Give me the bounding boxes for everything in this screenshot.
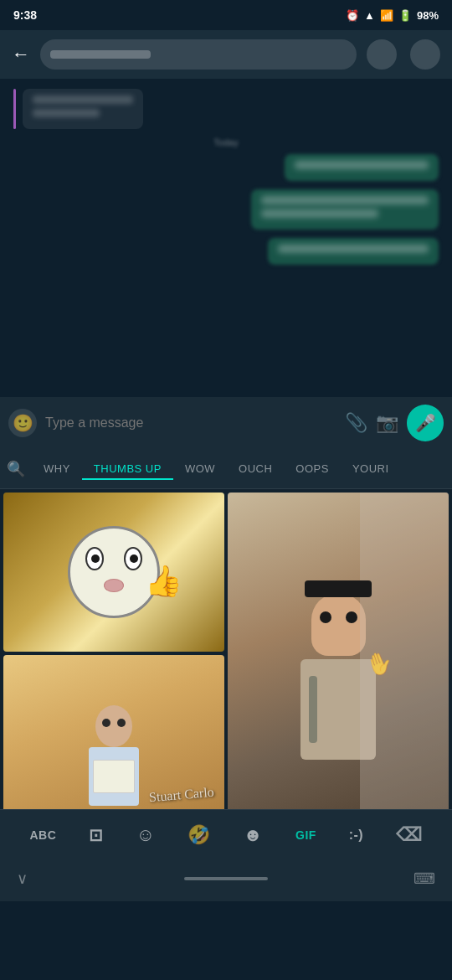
bitmoji-button[interactable]: ☻ — [244, 824, 264, 846]
blurred-text — [261, 209, 378, 218]
status-icons: ⏰ ▲ 📶 🔋 98% — [346, 9, 439, 22]
smiley-icon: 🙂 — [13, 413, 33, 433]
tab-youri[interactable]: YOURI — [341, 457, 401, 480]
nav-actions — [367, 39, 440, 70]
tab-wow[interactable]: WOW — [173, 457, 227, 480]
chevron-down-icon[interactable]: ∨ — [17, 869, 28, 888]
kid-head — [95, 705, 132, 747]
gif-emoji-icon: 🤣 — [187, 824, 211, 846]
emoticon-button[interactable]: :-) — [349, 828, 363, 843]
gif-emoji-button[interactable]: 🤣 — [187, 824, 211, 846]
back-button[interactable]: ← — [12, 44, 30, 65]
emoji-picker-button[interactable]: ☺ — [136, 824, 155, 846]
tab-why[interactable]: WHY — [32, 457, 82, 480]
status-bar: 9:38 ⏰ ▲ 📶 🔋 98% — [0, 0, 452, 30]
timestamp: Today — [13, 137, 439, 147]
kid-eye-left — [102, 719, 110, 727]
shaun-thumb-icon: 👍 — [145, 564, 182, 599]
person-head — [311, 593, 366, 656]
keyboard-abc-button[interactable]: ABC — [29, 828, 56, 842]
blurred-text — [33, 109, 100, 117]
gif-person[interactable]: ✋ — [228, 493, 449, 809]
tab-oops[interactable]: OOPS — [284, 457, 341, 480]
message-sent-3 — [13, 238, 439, 265]
emoji-icon: ☺ — [136, 824, 155, 846]
message-accent — [13, 89, 16, 129]
video-call-button[interactable] — [367, 39, 397, 70]
home-indicator — [184, 877, 268, 880]
status-time: 9:38 — [13, 8, 37, 22]
bitmoji-icon: ☻ — [244, 824, 264, 846]
gif-kid[interactable]: Stuart Carlo — [3, 655, 224, 809]
delete-button[interactable]: ⌫ — [396, 824, 423, 846]
emoticon-icon: :-) — [349, 828, 363, 843]
shaun-eye-left — [85, 547, 104, 570]
more-options-button[interactable] — [410, 39, 440, 70]
gif-text-overlay: Stuart Carlo — [149, 785, 215, 806]
sent-bubble — [285, 154, 439, 181]
kid-body — [89, 747, 139, 806]
message-sent-1 — [13, 154, 439, 181]
gif-button[interactable]: GIF — [295, 828, 316, 842]
message-bubble — [23, 89, 143, 129]
kid-figure — [89, 705, 139, 806]
emoji-button[interactable]: 🙂 — [8, 409, 37, 437]
message-input[interactable] — [45, 415, 336, 431]
home-bar: ∨ ⌨ — [0, 859, 452, 901]
camera-button[interactable]: 📷 — [376, 412, 398, 434]
alarm-icon: ⏰ — [346, 9, 359, 22]
delete-icon: ⌫ — [396, 824, 423, 846]
blurred-text — [33, 95, 133, 104]
gif-tabs: 🔍 WHY THUMBS UP WOW OUCH OOPS YOURI — [0, 449, 452, 489]
contact-name-blurred — [50, 50, 151, 59]
blurred-text — [261, 196, 429, 204]
battery-percent: 98% — [417, 9, 439, 22]
battery-icon: 🔋 — [398, 9, 412, 22]
gif-label: GIF — [295, 828, 316, 842]
shaun-body: 👍 — [68, 526, 160, 618]
contact-info[interactable] — [40, 39, 357, 70]
gif-shaun[interactable]: 👍 — [3, 493, 224, 652]
shaun-eye-right — [124, 547, 142, 570]
mic-button[interactable]: 🎤 — [407, 405, 444, 441]
search-button[interactable]: 🔍 — [7, 460, 25, 478]
attach-button[interactable]: 📎 — [345, 412, 367, 434]
shaun-nose — [104, 579, 124, 592]
wall-texture — [360, 493, 449, 809]
blurred-text — [295, 161, 429, 169]
message-input-area: 🙂 📎 📷 🎤 — [0, 397, 452, 449]
eye-left — [320, 611, 331, 623]
mic-icon: 🎤 — [415, 413, 436, 433]
bottom-toolbar: ABC ⊡ ☺ 🤣 ☻ GIF :-) ⌫ — [0, 809, 452, 859]
eye-right — [346, 611, 357, 623]
person-hat — [305, 580, 372, 597]
abc-label: ABC — [29, 828, 56, 842]
tab-ouch[interactable]: OUCH — [227, 457, 284, 480]
top-nav: ← — [0, 30, 452, 79]
keyboard-icon[interactable]: ⌨ — [413, 869, 435, 888]
blurred-text — [278, 245, 429, 253]
kid-sign — [93, 760, 135, 793]
gif-grid: 👍 ✋ — [0, 489, 452, 809]
message-sent-2 — [13, 189, 439, 230]
body-strap — [309, 676, 317, 743]
wifi-icon: ▲ — [364, 9, 375, 22]
sticker-icon: ⊡ — [89, 825, 104, 845]
chat-area: Today — [0, 79, 452, 397]
sent-bubble — [251, 189, 439, 230]
message-received-1 — [13, 89, 439, 129]
kid-eye-right — [117, 719, 126, 727]
signal-icon: 📶 — [380, 9, 393, 22]
shaun-pupil-right — [130, 554, 138, 563]
shaun-pupil-left — [91, 554, 100, 563]
sent-bubble — [268, 238, 439, 265]
tab-thumbs-up[interactable]: THUMBS UP — [82, 457, 173, 480]
sticker-button[interactable]: ⊡ — [89, 825, 104, 845]
